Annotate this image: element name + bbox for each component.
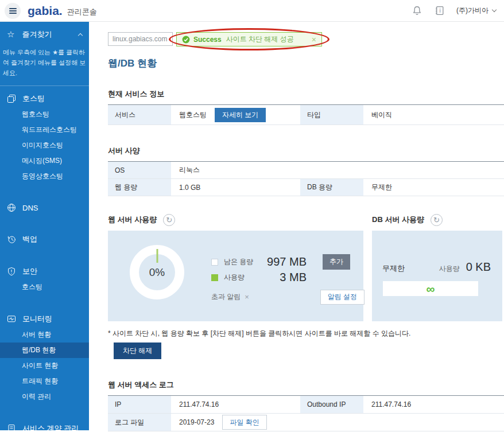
close-icon[interactable]: ×: [312, 35, 316, 44]
sidebar-item-label: DNS: [22, 204, 38, 212]
infinity-icon: ∞: [427, 283, 435, 295]
db-usage-column: DB 서버 사용량 ↻ 무제한 사용량 0 KB ∞: [372, 213, 502, 321]
sidebar-item-image-hosting[interactable]: 이미지호스팅: [0, 138, 89, 153]
sidebar-item-label: 모니터링: [22, 314, 52, 324]
sidebar-item-security[interactable]: 보안: [0, 263, 89, 279]
backup-clock-icon: [7, 235, 16, 244]
file-check-button[interactable]: 파일 확인: [222, 415, 266, 430]
hamburger-menu-icon[interactable]: [5, 3, 21, 19]
sidebar-item-traffic-status[interactable]: 트래픽 현황: [0, 373, 89, 389]
sidebar-item-monitoring[interactable]: 모니터링: [0, 311, 89, 327]
sidebar-item-service-contract[interactable]: 서비스 계약 관리: [0, 421, 89, 430]
sidebar-item-label: 백업: [22, 234, 37, 244]
toast-message: 사이트 차단 해제 성공: [226, 34, 294, 44]
used-swatch-icon: [211, 274, 218, 281]
db-used-value: 0 KB: [466, 260, 491, 274]
db-capacity-value-cell: 무제한: [363, 179, 504, 196]
sidebar-item-history[interactable]: 이력 관리: [0, 389, 89, 404]
chevron-down-icon: [492, 7, 497, 12]
sidebar-group-contract: 서비스 계약 관리: [0, 421, 89, 430]
table-row: 웹 용량 1.0 GB DB 용량 무제한: [108, 179, 504, 196]
alert-setting-button[interactable]: 알림 설정: [320, 290, 365, 305]
server-spec-heading: 서버 사양: [108, 146, 502, 156]
sidebar-group-backup: 백업: [0, 231, 89, 247]
logfile-label-cell: 로그 파일: [108, 414, 171, 431]
bell-icon[interactable]: [412, 5, 422, 16]
usage-donut-chart: 0%: [130, 245, 184, 299]
used-label: 사용량: [224, 273, 261, 282]
top-header: gabia. 관리콘솔 i (주)가비아: [0, 0, 504, 22]
favorites-help-text: 메뉴 우측에 있는 ★를 클릭하여 즐겨찾기 메뉴를 설정해 보세요.: [0, 42, 89, 86]
sidebar-favorites[interactable]: ☆ 즐겨찾기: [0, 22, 89, 42]
service-label-cell: 서비스: [108, 105, 171, 124]
db-capacity-bar: ∞: [383, 281, 478, 296]
service-info-heading: 현재 서비스 정보: [108, 89, 502, 99]
usage-legend: 남은 용량 997 MB 추가 사용량 3 MB 초과 알림 × 알림: [211, 254, 355, 305]
web-usage-column: 웹 서버 사용량 ↻ 0% 남은 용량 997 MB 추가: [108, 213, 363, 321]
account-name: (주)가비아: [456, 6, 489, 15]
shield-icon: [7, 267, 16, 276]
sidebar-item-label: 서비스 계약 관리: [22, 423, 79, 430]
domain-input[interactable]: [108, 32, 173, 46]
web-capacity-value-cell: 1.0 GB: [171, 179, 300, 196]
web-usage-header: 웹 서버 사용량 ↻: [108, 213, 363, 226]
sidebar-item-wordpress-hosting[interactable]: 워드프레스호스팅: [0, 122, 89, 138]
legend-row-alert: 초과 알림 × 알림 설정: [211, 289, 365, 305]
db-usage-heading: DB 서버 사용량: [372, 215, 424, 225]
close-icon[interactable]: ×: [245, 293, 249, 301]
account-menu[interactable]: (주)가비아: [456, 6, 496, 15]
sidebar-item-webhosting[interactable]: 웹호스팅: [0, 107, 89, 122]
gabia-admin-console: gabia. 관리콘솔 i (주)가비아: [0, 0, 504, 432]
globe-icon: [7, 203, 16, 212]
os-label-cell: OS: [108, 162, 171, 178]
star-icon: ☆: [7, 29, 14, 40]
legend-row-used: 사용량 3 MB: [211, 270, 355, 285]
gabia-logo: gabia.: [28, 4, 63, 18]
remaining-swatch-icon: [211, 259, 218, 266]
usage-percent: 0%: [149, 266, 165, 279]
remaining-value: 997 MB: [261, 255, 307, 268]
sidebar-item-webdb-status[interactable]: 웹/DB 현황: [0, 343, 89, 358]
success-toast: Success 사이트 차단 해제 성공 ×: [176, 32, 322, 46]
sidebar-group-security: 보안 호스팅: [0, 263, 89, 295]
refresh-icon[interactable]: ↻: [431, 214, 443, 226]
db-usage-header: DB 서버 사용량 ↻: [372, 213, 502, 226]
sidebar-item-site-status[interactable]: 사이트 현황: [0, 358, 89, 373]
outbound-ip-value-cell: 211.47.74.16: [363, 396, 504, 413]
main-content: Success 사이트 차단 해제 성공 × 웹/DB 현황 현재 서비스 정보…: [89, 22, 504, 432]
ip-label-cell: IP: [108, 396, 171, 413]
page-title: 웹/DB 현황: [108, 57, 502, 70]
add-capacity-button[interactable]: 추가: [323, 254, 350, 270]
type-label-cell: 타입: [300, 105, 363, 124]
unblock-note: * 사이트 차단 시, 웹 용량 확보 후 [차단 해제] 버튼을 클릭하시면 …: [108, 329, 502, 338]
hosting-icon: [7, 94, 16, 103]
unblock-button[interactable]: 차단 해제: [114, 343, 161, 359]
sidebar-item-hosting[interactable]: 호스팅: [0, 91, 89, 107]
sidebar-item-security-hosting[interactable]: 호스팅: [0, 279, 89, 295]
sidebar-item-dns[interactable]: DNS: [0, 200, 89, 215]
db-used-label: 사용량: [439, 264, 460, 274]
console-title: 관리콘솔: [67, 5, 97, 17]
table-row: OS 리눅스: [108, 162, 504, 179]
over-alert-label: 초과 알림: [211, 292, 241, 302]
sidebar-item-video-hosting[interactable]: 동영상호스팅: [0, 169, 89, 184]
monitor-pulse-icon: [7, 314, 16, 324]
db-capacity-label-cell: DB 용량: [300, 179, 363, 196]
sidebar-item-messaging-sms[interactable]: 메시징(SMS): [0, 153, 89, 169]
top-row: Success 사이트 차단 해제 성공 ×: [108, 32, 502, 47]
sidebar-item-backup[interactable]: 백업: [0, 231, 89, 247]
ip-value-cell: 211.47.74.16: [171, 396, 300, 413]
web-usage-heading: 웹 서버 사용량: [108, 215, 157, 225]
table-row: IP 211.47.74.16 Outbound IP 211.47.74.16: [108, 396, 504, 414]
refresh-icon[interactable]: ↻: [163, 214, 175, 226]
sidebar-item-server-status[interactable]: 서버 현황: [0, 327, 89, 343]
notebook-info-icon[interactable]: i: [434, 5, 445, 16]
db-limit-value: 무제한: [382, 263, 405, 274]
service-value: 웹호스팅: [179, 110, 207, 120]
db-usage-panel: 무제한 사용량 0 KB ∞: [372, 231, 502, 321]
sidebar-item-label: 호스팅: [22, 94, 45, 104]
detail-view-button[interactable]: 자세히 보기: [215, 108, 266, 122]
type-value-cell: 베이직: [363, 105, 504, 124]
server-spec-table: OS 리눅스 웹 용량 1.0 GB DB 용량 무제한: [108, 161, 504, 196]
donut-used-tick: [156, 249, 158, 263]
